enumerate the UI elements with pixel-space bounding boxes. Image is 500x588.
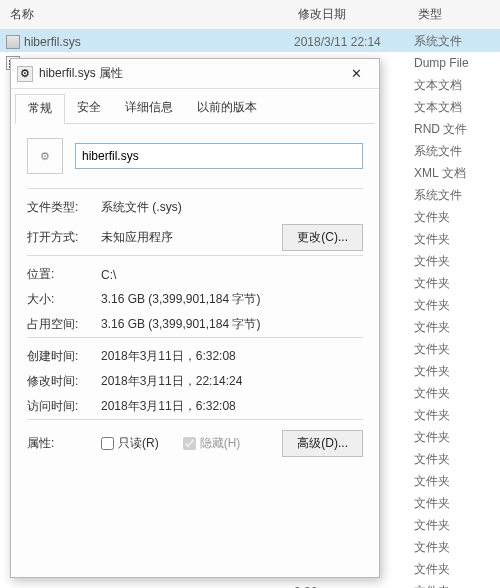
file-type: 系统文件 (414, 143, 494, 160)
label-disk-size: 占用空间: (27, 316, 101, 333)
advanced-button[interactable]: 高级(D)... (282, 430, 363, 457)
file-date: 9:36 (294, 585, 414, 589)
label-openswith: 打开方式: (27, 229, 101, 246)
file-type: 文件夹 (414, 583, 494, 588)
hidden-label: 隐藏(H) (200, 435, 241, 452)
label-modified: 修改时间: (27, 373, 101, 390)
col-name[interactable]: 名称 (6, 4, 294, 25)
file-type: 文本文档 (414, 99, 494, 116)
divider (27, 337, 363, 338)
titlebar: ⚙ hiberfil.sys 属性 ✕ (11, 59, 379, 89)
file-icon: ⚙ (17, 66, 33, 82)
file-type: 文件夹 (414, 517, 494, 534)
value-modified: 2018年3月11日，22:14:24 (101, 373, 363, 390)
file-name: hiberfil.sys (24, 35, 81, 49)
file-type: 文件夹 (414, 253, 494, 270)
tab-security[interactable]: 安全 (65, 94, 113, 124)
column-header-row: 名称 修改日期 类型 (0, 0, 500, 30)
file-type: 文件夹 (414, 319, 494, 336)
filetype-icon: ⚙ (27, 138, 63, 174)
col-date[interactable]: 修改日期 (294, 4, 414, 25)
label-accessed: 访问时间: (27, 398, 101, 415)
file-type: 文件夹 (414, 407, 494, 424)
tab-general[interactable]: 常规 (15, 94, 65, 124)
file-type: 系统文件 (414, 187, 494, 204)
file-type: 文件夹 (414, 429, 494, 446)
readonly-checkbox[interactable]: 只读(R) (101, 435, 159, 452)
file-type: 文件夹 (414, 495, 494, 512)
tab-details[interactable]: 详细信息 (113, 94, 185, 124)
hidden-input (183, 437, 196, 450)
file-type: 文件夹 (414, 363, 494, 380)
value-accessed: 2018年3月11日，6:32:08 (101, 398, 363, 415)
file-type: 系统文件 (414, 33, 494, 50)
col-type[interactable]: 类型 (414, 4, 494, 25)
file-type: 文本文档 (414, 77, 494, 94)
tabs: 常规 安全 详细信息 以前的版本 (15, 93, 375, 124)
label-created: 创建时间: (27, 348, 101, 365)
file-type: 文件夹 (414, 451, 494, 468)
file-type: 文件夹 (414, 473, 494, 490)
readonly-input[interactable] (101, 437, 114, 450)
system-file-icon (6, 35, 20, 49)
readonly-label: 只读(R) (118, 435, 159, 452)
file-type: 文件夹 (414, 297, 494, 314)
value-filetype: 系统文件 (.sys) (101, 199, 282, 216)
general-panel: ⚙ 文件类型: 系统文件 (.sys) 打开方式: 未知应用程序 更改(C)..… (11, 124, 379, 471)
table-row[interactable]: 9:36文件夹 (0, 580, 500, 588)
divider (27, 419, 363, 420)
value-disk-size: 3.16 GB (3,399,901,184 字节) (101, 316, 363, 333)
file-type: XML 文档 (414, 165, 494, 182)
file-type: 文件夹 (414, 561, 494, 578)
value-created: 2018年3月11日，6:32:08 (101, 348, 363, 365)
label-location: 位置: (27, 266, 101, 283)
value-size: 3.16 GB (3,399,901,184 字节) (101, 291, 363, 308)
file-type: 文件夹 (414, 539, 494, 556)
file-type: RND 文件 (414, 121, 494, 138)
label-attributes: 属性: (27, 435, 101, 452)
file-type: 文件夹 (414, 341, 494, 358)
table-row[interactable]: hiberfil.sys2018/3/11 22:14系统文件 (0, 30, 500, 52)
file-type: 文件夹 (414, 275, 494, 292)
filename-input[interactable] (75, 143, 363, 169)
value-location: C:\ (101, 268, 363, 282)
label-size: 大小: (27, 291, 101, 308)
file-type: Dump File (414, 56, 494, 70)
file-type: 文件夹 (414, 209, 494, 226)
file-type: 文件夹 (414, 385, 494, 402)
value-openswith: 未知应用程序 (101, 229, 282, 246)
hidden-checkbox: 隐藏(H) (183, 435, 241, 452)
divider (27, 255, 363, 256)
tab-previous-versions[interactable]: 以前的版本 (185, 94, 269, 124)
change-button[interactable]: 更改(C)... (282, 224, 363, 251)
file-date: 2018/3/11 22:14 (294, 35, 414, 49)
label-filetype: 文件类型: (27, 199, 101, 216)
close-button[interactable]: ✕ (339, 62, 373, 86)
dialog-title: hiberfil.sys 属性 (39, 65, 339, 82)
file-type: 文件夹 (414, 231, 494, 248)
divider (27, 188, 363, 189)
properties-dialog: ⚙ hiberfil.sys 属性 ✕ 常规 安全 详细信息 以前的版本 ⚙ 文… (10, 58, 380, 578)
